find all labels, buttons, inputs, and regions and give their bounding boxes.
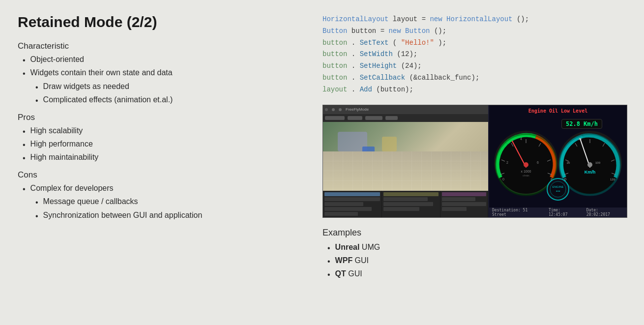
list-item: WPF GUI [327, 256, 627, 267]
unreal-toolbar [323, 114, 488, 122]
destination-text: Destination: 51 Street [492, 208, 544, 217]
code-line-3: button . SetText ( "Hello!" ); [322, 37, 627, 49]
cons-label: Cons [18, 170, 287, 180]
code-block: HorizontalLayout layout = new Horizontal… [322, 14, 627, 96]
list-item: Message queue / callbacks [35, 197, 287, 208]
code-line-2: Button button = new Button (); [322, 26, 627, 37]
pros-label: Pros [18, 113, 287, 122]
code-line-1: HorizontalLayout layout = new Horizontal… [322, 14, 627, 26]
list-item: Unreal UMG [327, 243, 627, 254]
list-item: Draw widgets as needed [35, 82, 287, 93]
floor-grid [323, 151, 488, 191]
gauges-svg: 0 2 4 6 8 x 1000 r/min [492, 116, 624, 207]
list-item: Object-oriented [23, 55, 287, 66]
cons-list: Complex for developers [23, 184, 287, 195]
svg-text:0: 0 [502, 177, 504, 181]
characteristic-list: Object-oriented Widgets contain their ow… [23, 55, 287, 80]
date-text: Date: 28:02:2017 [586, 208, 624, 217]
list-item: Complicated effects (animation et.al.) [35, 95, 287, 106]
screenshot-box: FreeFlyMode [322, 105, 627, 218]
characteristic-sub-list: Draw widgets as needed Complicated effec… [35, 82, 287, 107]
bottom-bar: Destination: 51 Street Time: 12:45:07 Da… [489, 207, 627, 217]
list-item: Widgets contain their own state and data [23, 68, 287, 79]
svg-text:Km/h: Km/h [585, 170, 596, 175]
svg-text:120: 120 [610, 178, 615, 181]
cons-sub-list: Message queue / callbacks Synchronizatio… [35, 197, 287, 222]
svg-point-32 [587, 162, 592, 167]
list-item: High maintainability [23, 153, 287, 164]
svg-text:100: 100 [595, 161, 601, 164]
code-line-5: button . SetHeight (24); [322, 60, 627, 72]
svg-text:20: 20 [567, 161, 570, 164]
svg-text:2: 2 [506, 161, 508, 164]
time-text: Time: 12:45:07 [549, 208, 582, 217]
list-item: High scalability [23, 126, 287, 137]
dashboard-title: Engine Oil Low Level [489, 108, 627, 114]
unreal-panels [323, 191, 488, 218]
screenshot-inner: FreeFlyMode [323, 105, 627, 217]
svg-text:6: 6 [537, 161, 539, 164]
list-item: QT GUI [327, 269, 627, 280]
characteristic-label: Characteristic [18, 41, 287, 51]
examples-list: Unreal UMG WPF GUI QT GUI [327, 243, 627, 281]
code-line-4: button . SetWidth (12); [322, 49, 627, 60]
svg-point-14 [524, 162, 528, 167]
topbar-dot [339, 108, 342, 111]
list-item: Complex for developers [23, 184, 287, 195]
code-line-7: layout . Add (button); [322, 84, 627, 96]
dashboard-panel: Engine Oil Low Level 52.8 Km/h [489, 105, 627, 217]
unreal-viewport [323, 122, 488, 191]
pros-list: High scalability High performance High m… [23, 126, 287, 164]
slide-title: Retained Mode (2/2) [18, 14, 287, 30]
svg-text:x 1000: x 1000 [521, 170, 531, 173]
list-item: Synchronization between GUI and applicat… [35, 211, 287, 222]
svg-text:●●●: ●●● [556, 189, 560, 192]
svg-text:4: 4 [520, 137, 522, 141]
examples-title: Examples [322, 228, 627, 238]
right-panel: HorizontalLayout layout = new Horizontal… [305, 0, 644, 325]
left-panel: Retained Mode (2/2) Characteristic Objec… [0, 0, 305, 325]
list-item: High performance [23, 140, 287, 150]
topbar-dot [325, 108, 328, 111]
svg-text:ENGINE: ENGINE [552, 185, 563, 188]
examples-section: Examples Unreal UMG WPF GUI QT GUI [322, 228, 627, 281]
unreal-topbar: FreeFlyMode [323, 105, 488, 114]
topbar-dot [332, 108, 335, 111]
unreal-editor: FreeFlyMode [323, 105, 489, 217]
svg-text:r/min: r/min [523, 174, 529, 177]
code-line-6: button . SetCallback (&callback_func); [322, 72, 627, 84]
speed-display: 52.8 Km/h [561, 119, 602, 129]
